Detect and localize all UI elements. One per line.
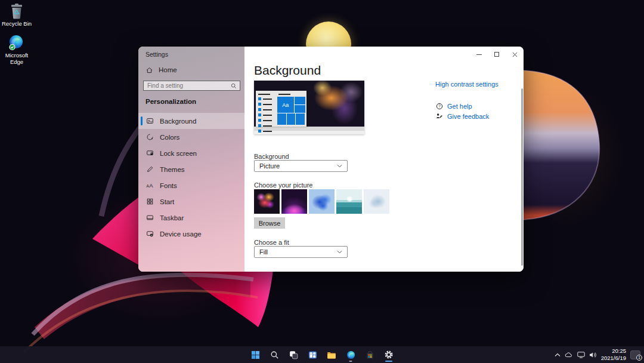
preview-aa-tile: Aa bbox=[277, 97, 294, 113]
taskbar-center-icons bbox=[248, 346, 396, 363]
settings-window: Settings Home Personalization bbox=[138, 47, 524, 272]
choose-picture-label: Choose your picture bbox=[254, 182, 312, 189]
window-controls bbox=[470, 47, 524, 62]
picture-thumbnail-light-bloom[interactable] bbox=[364, 189, 389, 214]
give-feedback-link[interactable]: Give feedback bbox=[436, 113, 489, 120]
browse-button[interactable]: Browse bbox=[254, 217, 285, 229]
picture-thumbnail-blue-bloom[interactable] bbox=[309, 189, 335, 214]
desktop-icon-recycle-bin[interactable]: Recycle Bin bbox=[0, 3, 33, 27]
task-view-icon bbox=[289, 350, 298, 359]
notification-badge: 1 bbox=[636, 355, 642, 361]
edge-icon bbox=[346, 350, 355, 359]
tray-chevron-up-icon[interactable] bbox=[555, 353, 561, 357]
fonts-icon: AA bbox=[145, 182, 154, 190]
background-preview: Aa bbox=[254, 81, 364, 134]
settings-sidebar: Settings Home Personalization bbox=[138, 47, 244, 272]
file-explorer-icon bbox=[327, 350, 336, 359]
taskbar-clock[interactable]: 20:25 2021/6/19 bbox=[601, 347, 626, 362]
taskbar: 20:25 2021/6/19 1 bbox=[0, 346, 644, 363]
window-scrollbar[interactable] bbox=[521, 88, 523, 266]
notification-center-button[interactable]: 1 bbox=[630, 350, 640, 359]
sidebar-item-taskbar[interactable]: Taskbar bbox=[138, 210, 244, 226]
help-icon: ? bbox=[436, 103, 443, 110]
search-box[interactable] bbox=[143, 81, 240, 91]
task-view-button[interactable] bbox=[286, 347, 301, 362]
sidebar-item-label: Fonts bbox=[160, 182, 177, 189]
choose-fit-label: Choose a fit bbox=[254, 239, 289, 246]
sidebar-item-label: Device usage bbox=[160, 230, 202, 238]
dropdown-value: Fill bbox=[255, 248, 337, 256]
sidebar-item-label: Lock screen bbox=[160, 150, 197, 157]
taskbar-icon bbox=[145, 214, 154, 222]
system-tray: 20:25 2021/6/19 1 bbox=[555, 346, 640, 363]
tray-network-icon[interactable] bbox=[577, 352, 585, 358]
dropdown-value: Picture bbox=[255, 162, 337, 170]
settings-gear-icon bbox=[384, 350, 394, 359]
maximize-button[interactable] bbox=[488, 47, 506, 62]
picture-thumbnail-dark-bloom[interactable] bbox=[254, 189, 280, 214]
home-icon bbox=[145, 66, 153, 74]
fit-dropdown[interactable]: Fill bbox=[254, 246, 348, 258]
svg-text:A: A bbox=[149, 183, 153, 189]
tray-onedrive-cloud-icon[interactable] bbox=[565, 352, 573, 358]
picture-thumbnails bbox=[254, 189, 389, 214]
search-icon bbox=[270, 350, 279, 359]
desktop: Recycle Bin Microsoft Edge Settings Home bbox=[0, 0, 644, 363]
sidebar-section-header: Personalization bbox=[145, 98, 196, 105]
page-title: Background bbox=[254, 63, 321, 78]
close-button[interactable] bbox=[506, 47, 524, 62]
image-icon bbox=[145, 117, 154, 125]
colors-icon bbox=[145, 133, 154, 141]
background-type-dropdown[interactable]: Picture bbox=[254, 160, 348, 172]
edge-button[interactable] bbox=[343, 347, 358, 362]
window-title: Settings bbox=[145, 51, 168, 58]
sidebar-item-colors[interactable]: Colors bbox=[138, 129, 244, 145]
sidebar-item-lock-screen[interactable]: Lock screen bbox=[138, 145, 244, 161]
lock-screen-icon bbox=[145, 149, 154, 158]
tray-volume-icon[interactable] bbox=[589, 352, 597, 358]
desktop-icon-label: Microsoft Edge bbox=[0, 53, 33, 66]
search-button[interactable] bbox=[267, 347, 281, 362]
preview-menu-list bbox=[258, 97, 272, 135]
sidebar-item-label: Taskbar bbox=[160, 214, 184, 222]
sidebar-item-label: Colors bbox=[160, 134, 179, 141]
sidebar-item-home[interactable]: Home bbox=[145, 64, 177, 75]
minimize-button[interactable] bbox=[470, 47, 488, 62]
start-icon bbox=[251, 350, 260, 359]
sidebar-nav: Background Colors Lock screen bbox=[138, 113, 244, 242]
clock-date: 2021/6/19 bbox=[601, 355, 626, 362]
widgets-icon bbox=[308, 350, 317, 359]
recycle-bin-icon bbox=[9, 3, 24, 20]
sidebar-item-label: Background bbox=[160, 118, 196, 125]
background-field-label: Background bbox=[254, 153, 289, 160]
edge-icon bbox=[8, 35, 25, 51]
picture-thumbnail-seascape[interactable] bbox=[336, 189, 362, 214]
start-button[interactable] bbox=[248, 347, 262, 362]
widgets-button[interactable] bbox=[305, 347, 320, 362]
sidebar-item-label: Start bbox=[160, 198, 174, 205]
sidebar-item-background[interactable]: Background bbox=[138, 113, 244, 129]
home-label: Home bbox=[159, 66, 177, 73]
search-input[interactable] bbox=[144, 82, 231, 89]
sidebar-item-device-usage[interactable]: Device usage bbox=[138, 226, 244, 242]
start-grid-icon bbox=[145, 198, 154, 206]
sidebar-item-label: Themes bbox=[160, 166, 185, 173]
sidebar-item-themes[interactable]: Themes bbox=[138, 161, 244, 177]
sidebar-item-fonts[interactable]: AA Fonts bbox=[138, 177, 244, 193]
desktop-icon-label: Recycle Bin bbox=[0, 21, 33, 27]
settings-button[interactable] bbox=[382, 347, 396, 362]
device-usage-icon bbox=[145, 230, 154, 238]
high-contrast-link[interactable]: High contrast settings bbox=[435, 81, 499, 88]
desktop-icon-microsoft-edge[interactable]: Microsoft Edge bbox=[0, 35, 33, 66]
sidebar-item-start[interactable]: Start bbox=[138, 193, 244, 210]
store-icon bbox=[366, 350, 374, 359]
file-explorer-button[interactable] bbox=[324, 347, 339, 362]
picture-thumbnail-purple-glow[interactable] bbox=[281, 189, 307, 214]
feedback-icon bbox=[436, 113, 443, 120]
preview-tile-grid: Aa bbox=[277, 97, 305, 125]
chevron-down-icon bbox=[337, 250, 342, 254]
search-icon[interactable] bbox=[231, 83, 237, 89]
get-help-link[interactable]: ? Get help bbox=[436, 103, 472, 110]
svg-text:?: ? bbox=[438, 104, 441, 108]
store-button[interactable] bbox=[363, 347, 377, 362]
